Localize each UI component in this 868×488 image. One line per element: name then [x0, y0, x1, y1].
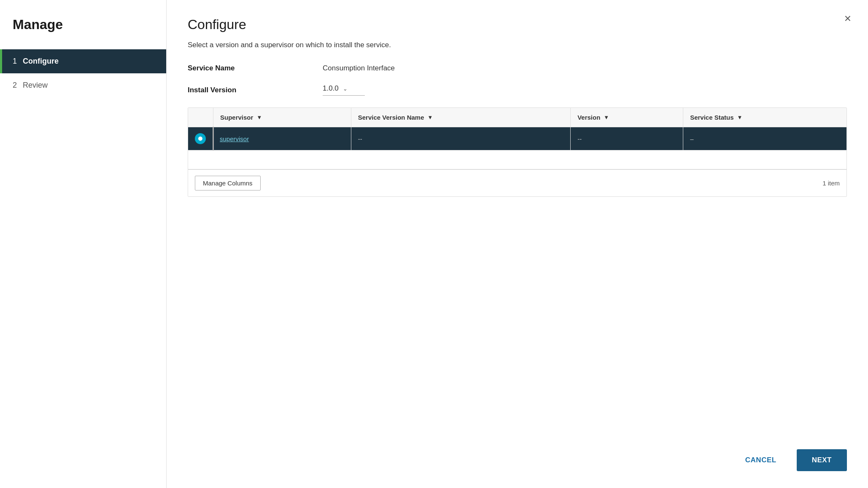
col-header-supervisor[interactable]: Supervisor ▼: [213, 108, 351, 127]
item-count: 1 item: [822, 180, 840, 187]
version-select[interactable]: 1.0.0 ⌄: [323, 84, 365, 96]
sidebar-item-configure[interactable]: 1 Configure: [0, 49, 166, 73]
empty-cell: [188, 150, 846, 169]
col-header-version[interactable]: Version ▼: [571, 108, 683, 127]
table-footer: Manage Columns 1 item: [188, 169, 846, 196]
manage-columns-button[interactable]: Manage Columns: [195, 176, 261, 190]
cell-service-version-name: --: [351, 127, 570, 150]
row-radio-selected[interactable]: [195, 133, 206, 144]
cell-version: --: [571, 127, 683, 150]
supervisors-table-wrapper: Supervisor ▼ Service Version Name ▼: [188, 107, 847, 197]
modal-overlay: Manage 1 Configure 2 Review × Configure …: [0, 0, 868, 488]
modal-container: Manage 1 Configure 2 Review × Configure …: [0, 0, 868, 488]
row-radio-cell[interactable]: [188, 127, 213, 150]
version-select-value: 1.0.0: [323, 84, 339, 93]
sidebar-step-label-configure: Configure: [23, 57, 59, 66]
cancel-button[interactable]: CANCEL: [733, 449, 788, 471]
sidebar-step-label-review: Review: [23, 81, 48, 90]
service-name-row: Service Name Consumption Interface: [188, 64, 847, 72]
sidebar-title: Manage: [0, 17, 166, 49]
filter-icon-supervisor[interactable]: ▼: [256, 114, 262, 121]
col-header-service-status[interactable]: Service Status ▼: [683, 108, 846, 127]
install-version-row: Install Version 1.0.0 ⌄: [188, 84, 847, 96]
cell-service-status: –: [683, 127, 846, 150]
service-name-label: Service Name: [188, 64, 323, 72]
chevron-down-icon: ⌄: [343, 86, 348, 92]
sidebar-step-number-1: 1: [13, 57, 17, 66]
sidebar-step-number-2: 2: [13, 81, 17, 90]
configure-subtitle: Select a version and a supervisor on whi…: [188, 41, 847, 49]
service-name-value: Consumption Interface: [323, 64, 395, 72]
next-button[interactable]: NEXT: [797, 449, 847, 471]
table-row[interactable]: supervisor -- -- –: [188, 127, 846, 150]
supervisor-link[interactable]: supervisor: [220, 135, 249, 142]
col-header-service-version-name[interactable]: Service Version Name ▼: [351, 108, 570, 127]
page-title: Configure: [188, 17, 847, 32]
table-empty-row: [188, 150, 846, 169]
filter-icon-version[interactable]: ▼: [604, 114, 609, 121]
col-header-selector: [188, 108, 213, 127]
sidebar: Manage 1 Configure 2 Review: [0, 0, 167, 488]
main-content: × Configure Select a version and a super…: [167, 0, 868, 488]
filter-icon-service-version-name[interactable]: ▼: [428, 114, 433, 121]
close-button[interactable]: ×: [844, 13, 851, 24]
cell-supervisor: supervisor: [213, 127, 351, 150]
bottom-actions: CANCEL NEXT: [733, 449, 847, 471]
filter-icon-service-status[interactable]: ▼: [737, 114, 743, 121]
sidebar-item-review[interactable]: 2 Review: [0, 73, 166, 97]
table-header-row: Supervisor ▼ Service Version Name ▼: [188, 108, 846, 127]
row-radio-inner: [198, 137, 202, 141]
supervisors-table: Supervisor ▼ Service Version Name ▼: [188, 108, 846, 169]
install-version-label: Install Version: [188, 86, 323, 94]
